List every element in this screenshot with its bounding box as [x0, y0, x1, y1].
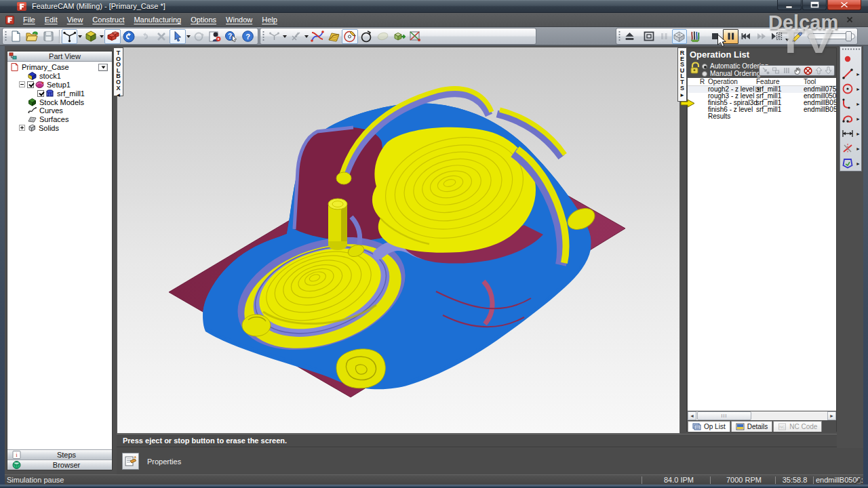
operation-row-results[interactable]: Results — [688, 113, 836, 119]
circle-tool[interactable]: ► — [840, 81, 861, 96]
toolbar-grip[interactable] — [5, 30, 7, 42]
list-icon[interactable] — [783, 66, 791, 75]
ellipse-button[interactable] — [374, 29, 391, 44]
dimension-dropdown[interactable]: ► — [855, 131, 861, 136]
results-tab[interactable]: RESULTS ► — [677, 47, 687, 102]
menu-options[interactable]: Options — [186, 13, 221, 26]
manual-ordering-option[interactable]: Manual Ordering — [702, 70, 760, 77]
fillet-dropdown[interactable]: ► — [855, 102, 861, 106]
trim-tool[interactable]: ► — [840, 141, 861, 156]
circle-tool-button[interactable] — [358, 29, 374, 44]
transform-button[interactable] — [391, 29, 407, 44]
cancel-ban-icon[interactable] — [804, 66, 812, 75]
fillet-tool[interactable]: ► — [840, 96, 861, 111]
properties-button[interactable] — [122, 453, 139, 470]
toolpath-display-button[interactable] — [687, 29, 703, 44]
snap-grid-dropdown[interactable] — [282, 29, 288, 44]
scroll-left-arrow[interactable]: ◄ — [688, 411, 696, 420]
curve-dropdown[interactable]: ► — [855, 117, 861, 121]
manual-ordering-radio[interactable] — [702, 71, 707, 77]
circle-dropdown[interactable]: ► — [855, 87, 861, 92]
pan-hand-icon[interactable] — [793, 66, 802, 75]
line-tool[interactable]: ► — [840, 66, 861, 81]
move-down-icon[interactable] — [825, 66, 832, 75]
skip-to-start-button[interactable] — [738, 29, 754, 44]
scroll-thumb[interactable]: III — [697, 411, 751, 420]
toolbox-tab[interactable]: TOOLBOX ◄ — [113, 47, 123, 96]
snap-grid-button[interactable] — [266, 29, 282, 44]
tree-item-primary-case[interactable]: Primary_Case — [7, 63, 112, 72]
line-dropdown[interactable]: ► — [855, 72, 861, 77]
tree-item-surfaces[interactable]: Surfaces — [7, 115, 112, 124]
menu-view[interactable]: View — [62, 13, 88, 26]
tree-item-srf-mill1[interactable]: srf_mill1 — [7, 89, 112, 98]
surfaces-button[interactable] — [326, 29, 342, 44]
tree-item-solids[interactable]: Solids — [7, 124, 112, 133]
stock-button[interactable] — [83, 29, 99, 44]
undo-button[interactable] — [121, 29, 137, 44]
surface-dropdown[interactable]: ► — [855, 161, 861, 166]
tab-details[interactable]: Details — [731, 421, 773, 432]
maximize-button[interactable] — [802, 0, 827, 10]
tree-item-curves[interactable]: Curves — [7, 106, 112, 115]
stock-dropdown[interactable] — [99, 29, 104, 44]
close-button[interactable] — [827, 0, 861, 10]
tab-nc-code[interactable]: NC NC Code — [773, 421, 822, 432]
rotate-button[interactable] — [191, 29, 208, 44]
select-dropdown[interactable] — [186, 29, 191, 44]
snap-point-button[interactable] — [288, 29, 304, 44]
menu-help[interactable]: Help — [257, 13, 282, 26]
dimension-compass-button[interactable] — [342, 29, 358, 44]
menu-edit[interactable]: Edit — [40, 13, 62, 26]
surface-tool[interactable]: ► — [840, 156, 861, 171]
srf-mill1-checkbox[interactable] — [37, 90, 44, 97]
resize-grip[interactable] — [854, 476, 862, 485]
reorder-icon[interactable] — [762, 66, 770, 75]
help-button[interactable]: ? — [239, 29, 256, 44]
open-button[interactable] — [24, 29, 41, 44]
tree-item-stock-models[interactable]: Stock Models — [7, 98, 112, 106]
curve-tool[interactable]: ► — [840, 111, 861, 126]
tab-op-list[interactable]: Op List — [688, 421, 730, 432]
sim-eject-disabled-button[interactable] — [656, 29, 672, 44]
reorder2-icon[interactable] — [772, 66, 780, 75]
collapse-expander[interactable] — [19, 81, 25, 87]
steps-tab[interactable]: i Steps — [7, 449, 112, 460]
eject-button[interactable] — [622, 29, 637, 44]
steps-dropdown[interactable] — [77, 29, 83, 44]
operation-hscrollbar[interactable]: ◄ III ► — [688, 411, 836, 420]
new-button[interactable] — [8, 29, 24, 44]
delete-button[interactable] — [153, 29, 170, 44]
setup1-checkbox[interactable] — [27, 81, 34, 88]
features-button[interactable] — [104, 29, 121, 44]
part-selector-dropdown[interactable] — [98, 64, 108, 71]
tree-item-stock1[interactable]: stock1 — [7, 72, 112, 81]
expand-expander[interactable] — [19, 125, 25, 131]
toolbar-grip[interactable] — [618, 30, 620, 42]
curves-button[interactable] — [309, 29, 326, 44]
select-button[interactable] — [170, 29, 186, 44]
fast-forward-button[interactable] — [754, 29, 770, 44]
tree-item-setup1[interactable]: Setup1 — [7, 81, 112, 89]
sim-3d-button[interactable] — [672, 29, 688, 44]
dimension-tool[interactable]: ► — [840, 126, 861, 141]
assistance-button[interactable] — [207, 29, 223, 44]
automatic-ordering-radio[interactable] — [702, 64, 707, 69]
frame-button[interactable] — [407, 29, 423, 44]
menu-manufacturing[interactable]: Manufacturing — [129, 13, 186, 26]
steps-wizard-button[interactable] — [62, 29, 78, 44]
menu-window[interactable]: Window — [221, 13, 257, 26]
move-up-icon[interactable] — [815, 66, 823, 75]
snap-point-dropdown[interactable] — [304, 29, 309, 44]
scroll-right-arrow[interactable]: ► — [827, 411, 836, 420]
browser-tab[interactable]: Browser — [7, 460, 112, 470]
graphics-viewport[interactable] — [117, 47, 680, 434]
trim-dropdown[interactable]: ► — [855, 146, 861, 151]
toolbar-grip[interactable] — [262, 30, 264, 42]
save-button[interactable] — [41, 29, 57, 44]
menu-construct[interactable]: Construct — [87, 13, 129, 26]
minimize-button[interactable] — [777, 0, 802, 10]
redo-button[interactable] — [137, 29, 153, 44]
machine-housing-button[interactable] — [641, 29, 656, 44]
menu-file[interactable]: File — [18, 13, 40, 26]
